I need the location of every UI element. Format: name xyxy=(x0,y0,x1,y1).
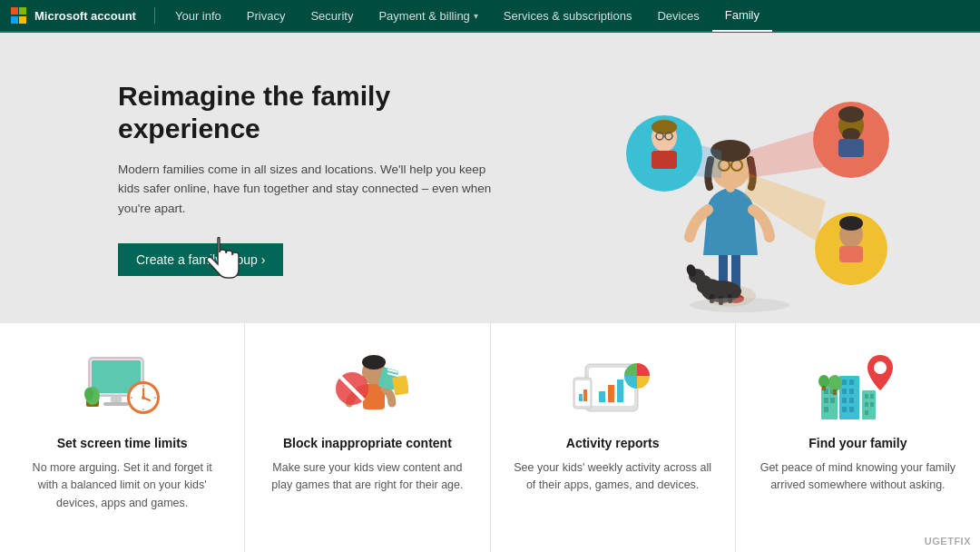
svg-point-96 xyxy=(828,375,842,391)
navbar: Microsoft account Your info Privacy Secu… xyxy=(0,0,980,33)
ms-grid-icon xyxy=(11,7,27,24)
feature-block-content-desc: Make sure your kids view content and pla… xyxy=(267,459,467,495)
svg-rect-82 xyxy=(849,380,854,385)
find-family-icon xyxy=(817,350,898,423)
svg-rect-42 xyxy=(103,402,129,406)
logo-text: Microsoft account xyxy=(34,9,136,23)
svg-point-32 xyxy=(842,128,860,141)
svg-point-54 xyxy=(84,388,93,400)
svg-rect-33 xyxy=(838,139,864,157)
payment-label: Payment & billing xyxy=(378,9,469,23)
svg-rect-93 xyxy=(870,402,874,407)
svg-rect-90 xyxy=(865,394,868,399)
svg-rect-79 xyxy=(824,407,828,412)
svg-rect-84 xyxy=(849,389,854,394)
svg-rect-81 xyxy=(842,380,847,385)
svg-rect-37 xyxy=(839,246,863,262)
svg-rect-41 xyxy=(111,396,122,403)
nav-services[interactable]: Services & subscriptions xyxy=(491,0,645,32)
feature-block-content-title: Block inappropriate content xyxy=(283,436,452,450)
svg-rect-67 xyxy=(608,385,614,402)
svg-point-36 xyxy=(839,216,863,231)
cursor-pointer xyxy=(204,237,240,277)
watermark: UGETFIX xyxy=(925,536,971,547)
create-family-group-button[interactable]: Create a family group › xyxy=(118,243,283,276)
nav-your-info[interactable]: Your info xyxy=(162,0,234,32)
svg-rect-85 xyxy=(842,398,847,403)
svg-rect-86 xyxy=(849,398,854,403)
svg-rect-88 xyxy=(849,407,854,412)
family-illustration xyxy=(563,60,907,323)
nav-security[interactable]: Security xyxy=(298,0,366,32)
svg-rect-63 xyxy=(392,375,408,395)
svg-point-38 xyxy=(690,298,789,312)
svg-rect-72 xyxy=(579,394,583,401)
screen-time-icon xyxy=(82,350,163,423)
feature-screen-time: Set screen time limits No more arguing. … xyxy=(0,323,245,552)
hero-title: Reimagine the family experience xyxy=(118,80,508,145)
svg-rect-99 xyxy=(822,386,826,390)
svg-rect-87 xyxy=(842,407,847,412)
feature-find-family-title: Find your family xyxy=(808,436,906,450)
feature-screen-time-desc: No more arguing. Set it and forget it wi… xyxy=(22,459,222,512)
activity-icon xyxy=(572,350,653,423)
nav-privacy[interactable]: Privacy xyxy=(234,0,299,32)
svg-point-98 xyxy=(818,375,829,388)
feature-block-content: Block inappropriate content Make sure yo… xyxy=(245,323,490,552)
svg-rect-66 xyxy=(599,391,605,402)
svg-rect-73 xyxy=(583,389,587,401)
svg-point-31 xyxy=(838,106,864,123)
chevron-down-icon: ▾ xyxy=(474,11,478,21)
svg-point-56 xyxy=(362,355,386,370)
feature-find-family-desc: Get peace of mind knowing your family ar… xyxy=(758,459,958,495)
microsoft-logo[interactable]: Microsoft account xyxy=(11,7,155,24)
features-section: Set screen time limits No more arguing. … xyxy=(0,323,980,552)
feature-find-family: Find your family Get peace of mind knowi… xyxy=(736,323,980,552)
svg-point-24 xyxy=(652,120,677,134)
feature-screen-time-title: Set screen time limits xyxy=(57,436,188,450)
block-content-icon xyxy=(327,350,408,423)
svg-point-47 xyxy=(142,396,145,399)
svg-rect-77 xyxy=(824,398,828,403)
svg-rect-83 xyxy=(842,389,847,394)
svg-rect-91 xyxy=(870,394,874,399)
svg-rect-97 xyxy=(833,389,837,395)
svg-rect-78 xyxy=(830,398,835,403)
nav-family[interactable]: Family xyxy=(712,0,772,32)
svg-rect-94 xyxy=(865,410,868,415)
svg-rect-25 xyxy=(652,151,677,169)
hero-subtitle: Modern families come in all sizes and lo… xyxy=(118,160,508,219)
svg-rect-92 xyxy=(865,402,868,407)
nav-payment[interactable]: Payment & billing ▾ xyxy=(366,0,490,32)
hero-section: Reimagine the family experience Modern f… xyxy=(0,33,980,323)
nav-devices[interactable]: Devices xyxy=(644,0,711,32)
feature-activity-reports: Activity reports See your kids' weekly a… xyxy=(491,323,736,552)
svg-point-95 xyxy=(874,361,887,374)
feature-activity-desc: See your kids' weekly activity across al… xyxy=(513,459,713,495)
feature-activity-title: Activity reports xyxy=(566,436,660,450)
svg-rect-71 xyxy=(575,380,590,406)
hero-content: Reimagine the family experience Modern f… xyxy=(0,33,508,323)
svg-rect-68 xyxy=(617,380,623,402)
